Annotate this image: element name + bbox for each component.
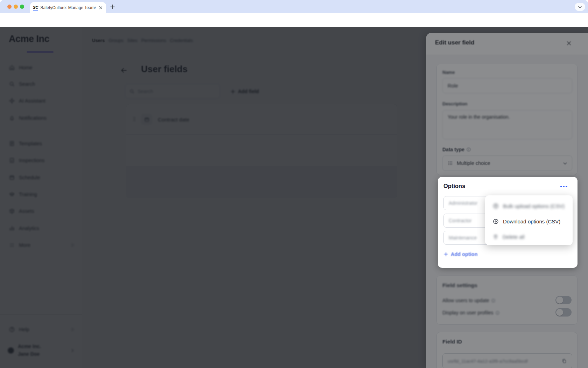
menu-item-label: Bulk upload options (CSV)	[503, 203, 565, 209]
safetyculture-favicon: SC	[33, 5, 38, 11]
tab-title: SafetyCulture: Manage Teams and...	[40, 5, 96, 10]
options-menu-button[interactable]	[559, 182, 569, 191]
upload-icon	[493, 203, 499, 209]
add-option-label: Add option	[451, 251, 478, 257]
plus-icon	[443, 252, 448, 257]
menu-item-label: Delete all	[503, 234, 525, 240]
option-value: Administrator	[449, 200, 477, 206]
tab-close-icon[interactable]	[98, 5, 103, 10]
menu-item-label: Download options (CSV)	[503, 218, 560, 224]
options-title: Options	[443, 183, 465, 189]
window-close-button[interactable]	[7, 5, 12, 9]
options-context-menu: Bulk upload options (CSV) Download optio…	[485, 195, 573, 245]
trash-icon	[493, 234, 498, 239]
new-tab-button[interactable]	[110, 4, 115, 10]
option-value: Contractor	[449, 218, 471, 223]
tab-search-button[interactable]	[575, 3, 585, 11]
window-controls	[7, 5, 24, 9]
window-minimize-button[interactable]	[14, 5, 18, 9]
add-option-button[interactable]: Add option	[443, 251, 478, 257]
screen: SC SafetyCulture: Manage Teams and... ht…	[0, 0, 588, 368]
browser-tab[interactable]: SC SafetyCulture: Manage Teams and...	[30, 2, 106, 13]
download-icon	[493, 218, 499, 224]
browser-tab-strip: SC SafetyCulture: Manage Teams and...	[0, 0, 588, 13]
browser-toolbar: https://app.au.safetyculture.com/organis…	[0, 13, 588, 27]
menu-item-bulk-upload-options[interactable]: Bulk upload options (CSV)	[485, 198, 573, 214]
menu-item-download-options[interactable]: Download options (CSV)	[485, 214, 573, 229]
menu-item-delete-all[interactable]: Delete all	[485, 229, 573, 244]
chevron-down-icon	[578, 5, 582, 9]
option-value: Maintenance	[449, 235, 477, 241]
window-zoom-button[interactable]	[20, 5, 24, 9]
